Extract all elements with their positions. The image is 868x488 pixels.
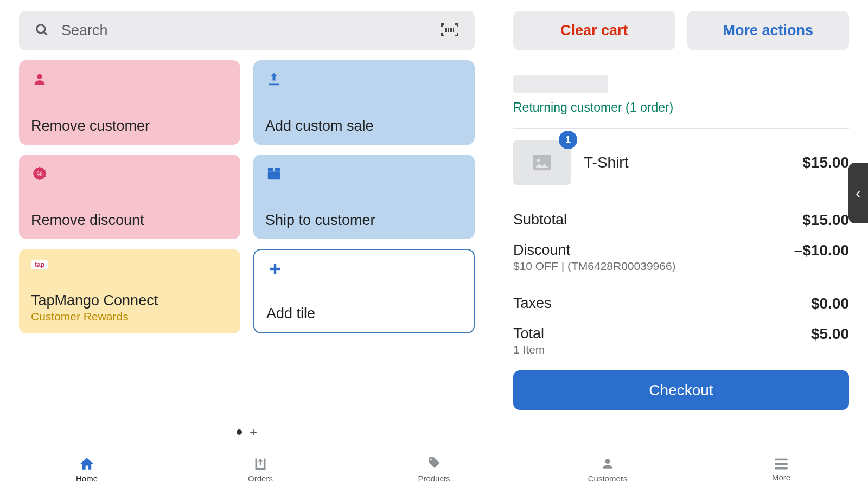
plus-icon — [266, 260, 284, 278]
subtotal-label: Subtotal — [513, 211, 567, 228]
add-page-icon[interactable]: + — [250, 425, 257, 440]
ship-to-customer-tile[interactable]: Ship to customer — [253, 155, 475, 239]
tile-label: Remove discount — [31, 212, 228, 229]
discount-detail: $10 OFF | (TM6428R00039966) — [513, 260, 676, 273]
customer-name-redacted — [513, 75, 608, 93]
chevron-left-icon: ‹ — [856, 184, 861, 202]
customer-status: Returning customer (1 order) — [513, 100, 849, 115]
nav-orders[interactable]: Orders — [174, 451, 347, 488]
remove-customer-tile[interactable]: Remove customer — [19, 60, 240, 145]
page-indicator: + — [19, 425, 475, 440]
taxes-label: Taxes — [513, 295, 552, 312]
home-icon — [79, 457, 95, 473]
discount-row[interactable]: Discount $10 OFF | (TM6428R00039966) –$1… — [513, 235, 849, 279]
search-bar[interactable]: Search — [19, 11, 475, 50]
discount-label: Discount — [513, 242, 676, 259]
tapmango-connect-tile[interactable]: tap TapMango Connect Customer Rewards — [19, 249, 240, 333]
svg-rect-14 — [775, 467, 787, 470]
svg-rect-13 — [775, 463, 787, 465]
svg-rect-5 — [268, 168, 273, 171]
page-dot-active[interactable] — [237, 429, 242, 435]
nav-label: Customers — [588, 474, 628, 483]
nav-home[interactable]: Home — [0, 451, 174, 488]
svg-rect-6 — [275, 168, 280, 171]
tile-label: Add tile — [266, 305, 462, 322]
item-price: $15.00 — [802, 154, 849, 171]
person-icon — [601, 457, 615, 473]
tile-sub-label: Customer Rewards — [31, 310, 228, 323]
total-value: $5.00 — [811, 325, 849, 343]
item-name: T-Shirt — [584, 154, 802, 171]
add-custom-sale-tile[interactable]: Add custom sale — [253, 60, 475, 145]
tile-label: Ship to customer — [265, 212, 463, 229]
svg-line-1 — [44, 32, 47, 35]
cart-items-list: 1 T-Shirt $15.00 — [513, 128, 849, 197]
nav-customers[interactable]: Customers — [521, 451, 694, 488]
side-drawer-handle[interactable]: ‹ — [848, 163, 868, 223]
total-item-count: 1 Item — [513, 343, 545, 356]
discount-badge-icon: % — [31, 165, 48, 182]
search-placeholder: Search — [61, 22, 440, 39]
menu-icon — [774, 458, 789, 472]
item-qty-badge: 1 — [559, 131, 577, 149]
taxes-value: $0.00 — [811, 295, 849, 312]
svg-point-0 — [37, 24, 45, 33]
more-actions-button[interactable]: More actions — [687, 11, 850, 50]
tile-label: Remove customer — [31, 118, 228, 134]
tile-label: TapMango Connect — [31, 292, 228, 309]
checkout-button[interactable]: Checkout — [513, 370, 849, 410]
nav-products[interactable]: Products — [347, 451, 521, 488]
total-label: Total — [513, 325, 545, 342]
clear-cart-button[interactable]: Clear cart — [513, 11, 675, 50]
customer-info[interactable]: Returning customer (1 order) — [513, 75, 849, 115]
barcode-scan-icon[interactable] — [440, 22, 459, 40]
tapmango-logo-chip: tap — [31, 260, 48, 269]
search-icon — [34, 22, 49, 40]
nav-label: More — [772, 473, 790, 482]
svg-rect-4 — [268, 171, 280, 179]
cart-item-row[interactable]: 1 T-Shirt $15.00 — [513, 129, 849, 197]
nav-label: Home — [76, 474, 98, 483]
taxes-row: Taxes $0.00 — [513, 288, 849, 319]
nav-label: Products — [418, 474, 450, 483]
nav-more[interactable]: More — [694, 451, 868, 488]
separator — [513, 286, 849, 286]
total-row: Total 1 Item $5.00 — [513, 319, 849, 363]
svg-point-11 — [605, 459, 610, 464]
subtotal-value: $15.00 — [802, 211, 849, 229]
remove-discount-tile[interactable]: % Remove discount — [19, 155, 240, 239]
svg-point-10 — [537, 159, 540, 162]
person-icon — [31, 70, 48, 88]
svg-point-2 — [37, 74, 42, 79]
inbox-download-icon — [252, 457, 269, 473]
discount-value: –$10.00 — [794, 242, 849, 259]
ship-box-icon — [265, 165, 283, 182]
subtotal-row: Subtotal $15.00 — [513, 205, 849, 235]
upload-icon — [265, 70, 283, 88]
bottom-nav: Home Orders Products Customers More — [0, 451, 868, 488]
add-tile-button[interactable]: Add tile — [253, 249, 475, 333]
svg-rect-12 — [775, 458, 787, 460]
tile-label: Add custom sale — [265, 118, 463, 134]
nav-label: Orders — [248, 474, 273, 483]
svg-text:%: % — [36, 170, 42, 178]
tag-icon — [426, 457, 442, 473]
